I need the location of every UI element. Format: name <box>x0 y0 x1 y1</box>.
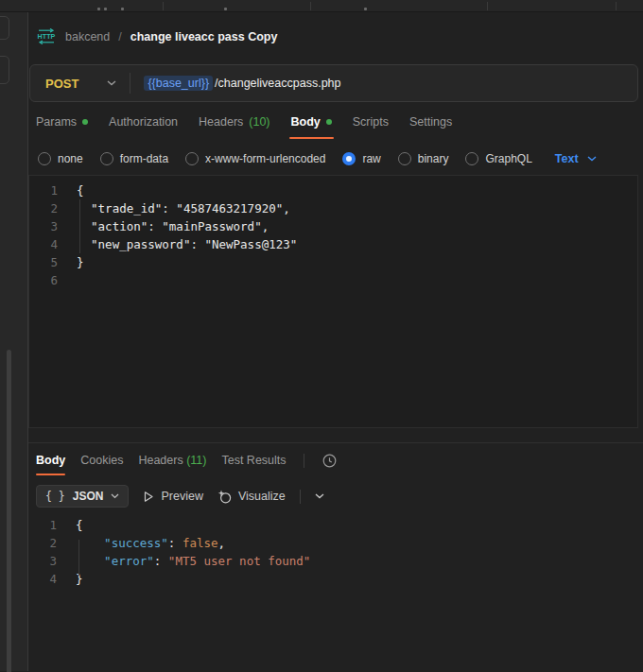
response-format-dropdown[interactable]: { } JSON <box>36 485 129 508</box>
url-variable-chip[interactable]: {{base_url}} <box>144 76 213 91</box>
line-number: 3 <box>29 217 58 235</box>
code-text: "new_password": "NewPass@123" <box>77 235 297 253</box>
tab-label: Body <box>291 115 321 129</box>
radio-label: raw <box>362 152 380 165</box>
line-number: 2 <box>28 534 57 552</box>
code-line[interactable]: 4 "new_password": "NewPass@123" <box>29 235 637 253</box>
tab-headers[interactable]: Headers (10) <box>199 115 269 139</box>
body-type-form-data[interactable]: form-data <box>100 152 168 165</box>
chevron-down-icon <box>111 493 119 499</box>
preview-button[interactable]: Preview <box>143 490 202 503</box>
code-line[interactable]: 2 "trade_id": "4587463217920", <box>29 199 637 217</box>
sidebar-button-fragment[interactable] <box>0 16 9 40</box>
line-number: 4 <box>28 570 57 588</box>
breadcrumb-separator: / <box>118 30 121 43</box>
body-type-urlencoded[interactable]: x-www-form-urlencoded <box>185 152 325 165</box>
body-type-raw[interactable]: raw <box>342 152 380 165</box>
tab-text-fragment <box>364 8 367 10</box>
code-line[interactable]: 2 "success": false, <box>28 534 643 552</box>
response-tab-cookies[interactable]: Cookies <box>80 454 123 475</box>
response-tab-body[interactable]: Body <box>36 454 65 475</box>
code-line[interactable]: 3 "action": "mainPassword", <box>29 217 637 235</box>
code-line[interactable]: 1{ <box>28 516 643 534</box>
request-body-editor[interactable]: 1{2 "trade_id": "4587463217920",3 "actio… <box>28 175 638 428</box>
line-number: 6 <box>29 271 58 289</box>
sidebar-scrollbar[interactable] <box>7 350 11 672</box>
visualize-options-chevron-icon[interactable] <box>315 493 324 499</box>
play-outline-icon <box>143 491 154 503</box>
code-line[interactable]: 3 "error": "MT5 user not found" <box>28 552 643 570</box>
tabs-divider <box>304 454 304 468</box>
radio-label: GraphQL <box>485 152 531 165</box>
code-text: "trade_id": "4587463217920", <box>77 199 290 217</box>
radio-label: none <box>58 152 83 165</box>
tab-settings[interactable]: Settings <box>409 115 452 139</box>
url-bar: POST {{base_url}} /changeliveaccpass.php <box>29 64 638 102</box>
response-history-icon[interactable] <box>322 453 338 476</box>
breadcrumb: HTTP bakcend / change liveacc pass Copy <box>28 12 643 54</box>
code-line[interactable]: 1{ <box>29 181 637 199</box>
params-status-dot <box>82 119 88 125</box>
braces-icon: { } <box>45 490 65 503</box>
response-tab-test-results[interactable]: Test Results <box>221 454 286 475</box>
tab-body[interactable]: Body <box>291 115 332 139</box>
radio-icon <box>100 152 113 165</box>
svg-text:HTTP: HTTP <box>38 32 56 41</box>
response-toolbar: { } JSON Preview <box>28 476 643 508</box>
response-body-editor[interactable]: 1{2 "success": false,3 "error": "MT5 use… <box>28 516 643 588</box>
body-status-dot <box>326 119 332 125</box>
indent-guide <box>79 199 80 253</box>
tab-scripts[interactable]: Scripts <box>353 115 389 139</box>
response-tabs: Body Cookies Headers (11) Test Results <box>28 443 643 476</box>
code-line[interactable]: 6 <box>29 271 637 289</box>
body-type-none[interactable]: none <box>38 152 83 165</box>
url-path: /changeliveaccpass.php <box>215 77 340 90</box>
tab-label: Params <box>36 115 77 129</box>
radio-label: form-data <box>120 152 168 165</box>
radio-icon <box>185 152 199 165</box>
chevron-down-icon <box>587 156 597 162</box>
format-label: JSON <box>73 490 104 503</box>
method-label: POST <box>45 77 78 91</box>
response-body-code[interactable]: 1{2 "success": false,3 "error": "MT5 use… <box>28 516 643 588</box>
sidebar-button-fragment[interactable] <box>0 56 9 84</box>
line-number: 1 <box>28 516 57 534</box>
url-input[interactable]: {{base_url}} /changeliveaccpass.php <box>144 65 637 101</box>
workspace-tab-strip[interactable] <box>0 0 643 12</box>
tab-label: Test Results <box>221 454 286 467</box>
radio-selected-icon <box>342 152 356 165</box>
line-number: 2 <box>29 199 58 217</box>
raw-format-selector[interactable]: Text <box>555 152 597 165</box>
url-bar-divider <box>130 73 130 94</box>
tab-params[interactable]: Params <box>36 115 88 139</box>
line-number: 1 <box>29 181 58 199</box>
preview-label: Preview <box>161 490 202 503</box>
radio-label: x-www-form-urlencoded <box>205 152 325 165</box>
response-tab-headers[interactable]: Headers (11) <box>138 454 206 475</box>
request-body-code[interactable]: 1{2 "trade_id": "4587463217920",3 "actio… <box>29 181 637 289</box>
radio-label: binary <box>418 152 449 165</box>
code-text: "action": "mainPassword", <box>77 217 269 235</box>
code-line[interactable]: 4} <box>28 570 643 588</box>
indent-guide <box>78 540 79 576</box>
tab-divider <box>163 2 164 10</box>
chevron-down-icon <box>107 80 116 86</box>
body-type-binary[interactable]: binary <box>398 152 449 165</box>
visualize-button[interactable]: Visualize <box>217 490 286 504</box>
request-title[interactable]: change liveacc pass Copy <box>130 30 278 43</box>
left-sidebar <box>0 12 28 671</box>
line-number: 3 <box>28 552 57 570</box>
tab-divider <box>616 2 617 10</box>
code-text: "success": false, <box>76 534 225 552</box>
code-line[interactable]: 5} <box>29 253 637 271</box>
body-type-graphql[interactable]: GraphQL <box>465 152 531 165</box>
code-text: { <box>77 181 84 199</box>
http-request-icon: HTTP <box>36 28 57 44</box>
format-label: Text <box>555 152 579 165</box>
body-type-selector: none form-data x-www-form-urlencoded raw… <box>28 139 643 167</box>
tab-authorization[interactable]: Authorization <box>109 115 178 139</box>
tab-label: Authorization <box>109 115 178 129</box>
method-selector[interactable]: POST <box>30 77 130 91</box>
breadcrumb-collection[interactable]: bakcend <box>65 30 110 43</box>
app-window: HTTP bakcend / change liveacc pass Copy … <box>0 0 643 672</box>
